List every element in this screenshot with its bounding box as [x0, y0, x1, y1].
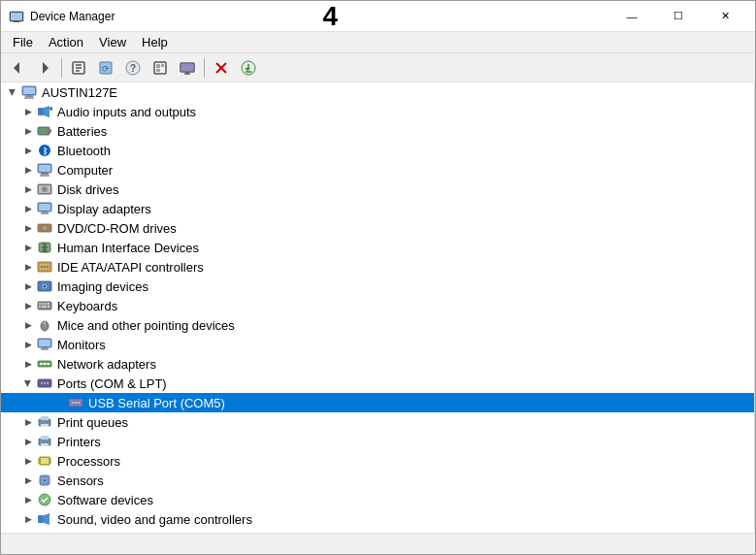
tree-item-printers[interactable]: ▶ Printers: [1, 432, 754, 451]
hid-expand[interactable]: ▶: [20, 240, 36, 255]
close-button[interactable]: ✕: [703, 1, 747, 32]
disk-expand[interactable]: ▶: [20, 181, 36, 197]
network-label: Network adapters: [57, 357, 156, 372]
batteries-expand[interactable]: ▶: [20, 123, 36, 139]
scan-button[interactable]: [175, 56, 200, 80]
processors-label: Processors: [57, 454, 120, 469]
menu-view[interactable]: View: [91, 33, 134, 51]
menu-help[interactable]: Help: [134, 33, 176, 51]
maximize-button[interactable]: ☐: [656, 1, 701, 32]
display-icon: [36, 201, 53, 216]
keyboards-expand[interactable]: ▶: [20, 298, 36, 313]
printers-label: Printers: [57, 435, 101, 449]
root-expand-arrow[interactable]: ▶: [5, 84, 20, 100]
tree-item-ide[interactable]: ▶ IDE ATA/ATAPI controllers: [1, 257, 754, 277]
tree-item-imaging[interactable]: ▶ Imaging devices: [1, 277, 754, 296]
remove-button[interactable]: [209, 56, 234, 80]
mice-label: Mice and other pointing devices: [57, 318, 235, 333]
svg-marker-118: [44, 513, 49, 525]
tree-item-monitors[interactable]: ▶ Monitors: [1, 335, 754, 354]
menu-bar: File Action View Help: [1, 32, 755, 53]
tree-item-ports[interactable]: ▶ Ports (COM & LPT): [1, 374, 754, 393]
sensors-expand[interactable]: ▶: [20, 473, 36, 488]
dvd-icon: [36, 220, 53, 236]
tree-item-dvd[interactable]: ▶ DVD/CD-ROM drives: [1, 218, 754, 238]
svg-point-47: [44, 188, 46, 190]
svg-rect-106: [41, 458, 49, 464]
tree-item-display[interactable]: ▶ Display adapters: [1, 199, 754, 218]
tree-item-software[interactable]: ▶ Software devices: [1, 490, 754, 509]
bluetooth-expand[interactable]: ▶: [20, 143, 36, 158]
tree-item-hid[interactable]: ▶ Human Interface Devices: [1, 238, 754, 257]
sensors-label: Sensors: [57, 473, 104, 488]
download-button[interactable]: [236, 56, 261, 80]
keyboards-label: Keyboards: [57, 299, 117, 313]
disk-label: Disk drives: [57, 182, 119, 197]
svg-text:⟳: ⟳: [102, 64, 110, 74]
sensors-icon: [36, 473, 53, 488]
sound-expand[interactable]: ▶: [20, 511, 36, 527]
window-controls: — ☐ ✕: [609, 1, 747, 32]
svg-rect-103: [41, 443, 49, 446]
tree-item-print-queues[interactable]: ▶ Print queues: [1, 412, 754, 432]
tree-item-sensors[interactable]: ▶ Sensors: [1, 471, 754, 490]
svg-point-91: [44, 382, 46, 384]
device-tree[interactable]: ▶ AUSTIN127E ▶: [1, 82, 755, 533]
svg-marker-32: [44, 106, 49, 117]
processors-expand[interactable]: ▶: [20, 453, 36, 469]
svg-rect-18: [181, 64, 193, 71]
tree-item-batteries[interactable]: ▶ Batteries: [1, 121, 754, 141]
svg-point-63: [41, 266, 43, 268]
ide-expand[interactable]: ▶: [20, 259, 36, 275]
show-hidden-button[interactable]: [148, 56, 173, 80]
menu-file[interactable]: File: [5, 33, 41, 51]
back-button[interactable]: [5, 56, 30, 80]
help-button[interactable]: ?: [120, 56, 146, 80]
svg-point-65: [47, 266, 49, 268]
audio-expand[interactable]: ▶: [20, 104, 36, 119]
forward-button[interactable]: [32, 56, 57, 80]
disk-icon: [36, 181, 53, 197]
display-expand[interactable]: ▶: [20, 201, 36, 216]
computer-expand[interactable]: ▶: [20, 162, 36, 178]
tree-item-mice[interactable]: ▶ Mice and other pointing devices: [1, 315, 754, 335]
svg-rect-76: [48, 306, 49, 308]
print-queues-icon: [36, 414, 53, 430]
hid-icon: [36, 240, 53, 255]
update-button[interactable]: ⟳: [93, 56, 118, 80]
minimize-button[interactable]: —: [609, 1, 654, 32]
dvd-expand[interactable]: ▶: [20, 220, 36, 236]
svg-rect-31: [38, 108, 44, 115]
software-expand[interactable]: ▶: [20, 492, 36, 507]
tree-item-keyboards[interactable]: ▶ Keyboards: [1, 296, 754, 315]
computer-icon2: [36, 162, 53, 178]
tree-item-computer[interactable]: ▶ Computer: [1, 160, 754, 180]
imaging-label: Imaging devices: [57, 279, 148, 294]
ide-label: IDE ATA/ATAPI controllers: [57, 260, 204, 275]
svg-point-79: [44, 322, 46, 324]
network-expand[interactable]: ▶: [20, 356, 36, 372]
menu-action[interactable]: Action: [41, 33, 91, 51]
tree-item-bluetooth[interactable]: ▶ ᛒ Bluetooth: [1, 141, 754, 160]
imaging-expand[interactable]: ▶: [20, 278, 36, 294]
properties-button[interactable]: [66, 56, 91, 80]
tree-item-audio[interactable]: ▶ Audio inputs and outputs: [1, 102, 754, 121]
window-title: Device Manager: [30, 10, 322, 23]
tree-item-network[interactable]: ▶ Network adapters: [1, 354, 754, 374]
tree-item-disk[interactable]: ▶ Disk drives: [1, 180, 754, 199]
batteries-icon: [36, 123, 53, 139]
computer-label: Computer: [57, 163, 113, 178]
ports-icon: [36, 375, 53, 391]
tree-item-usb-serial[interactable]: USB Serial Port (COM5): [1, 393, 754, 412]
mice-expand[interactable]: ▶: [20, 317, 36, 333]
ports-expand[interactable]: ▶: [20, 375, 36, 391]
svg-point-96: [78, 402, 80, 404]
tree-item-processors[interactable]: ▶ Processors: [1, 451, 754, 471]
tree-root[interactable]: ▶ AUSTIN127E: [1, 82, 754, 102]
monitors-expand[interactable]: ▶: [20, 337, 36, 352]
print-queues-expand[interactable]: ▶: [20, 414, 36, 430]
bluetooth-label: Bluetooth: [57, 144, 111, 158]
usb-serial-icon: [67, 395, 84, 410]
tree-item-sound[interactable]: ▶ Sound, video and game controllers: [1, 509, 754, 529]
printers-expand[interactable]: ▶: [20, 434, 36, 449]
